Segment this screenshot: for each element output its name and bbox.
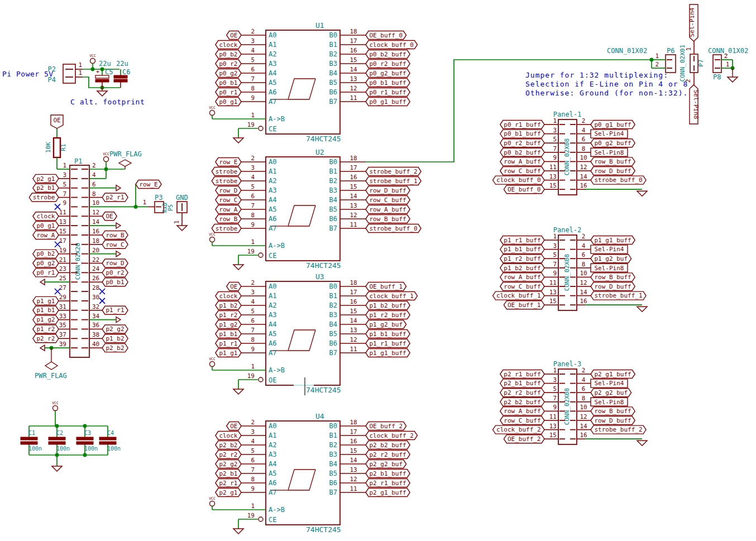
pin-number: 9 (553, 404, 557, 411)
net-label-text: p0_r2_buff (504, 140, 540, 147)
net-label-text: p1_g2_buf (594, 255, 628, 262)
capacitor-c2[interactable] (49, 442, 65, 444)
capacitor-c4[interactable] (99, 442, 116, 444)
arrow-label-icon[interactable] (116, 317, 121, 323)
plus-sign: + (96, 69, 99, 75)
net-label-text: row_C (219, 197, 237, 204)
vcc-icon-label: VCC (209, 232, 216, 237)
net-label-text: row_B_buff (369, 216, 406, 223)
pin-name: B0 (329, 283, 337, 290)
net-label-text: p0_b1 (106, 279, 124, 286)
net-label-text: row_E (139, 181, 157, 188)
pin-number: 14 (350, 66, 357, 73)
pin-name: B4 (329, 320, 337, 328)
ground-icon (637, 191, 647, 196)
ref-c3: C3 (84, 430, 91, 436)
net-label-text: p1_b2 (219, 302, 237, 309)
pin-number: 7 (251, 202, 255, 209)
pin-name: A5 (269, 79, 276, 87)
capacitor-c3[interactable] (76, 437, 93, 440)
value-c1: 100n (28, 446, 42, 452)
pin-name: A5 (269, 205, 276, 213)
pin-number: 13 (350, 202, 357, 209)
pin-number: 19 (247, 248, 255, 255)
pin-number: 2 (582, 367, 586, 374)
arrow-label-icon[interactable] (116, 251, 121, 257)
connector-p2p4[interactable] (63, 64, 75, 83)
pin-name: B6 (329, 215, 337, 223)
net-label-text: strobe_buff_1 (369, 178, 417, 185)
vcc-icon (210, 362, 215, 367)
pin-number: 8 (582, 261, 586, 268)
pin-number: 2 (582, 117, 586, 125)
net-label-text: p1_g2 (36, 316, 55, 323)
capacitor-c2[interactable] (49, 437, 65, 440)
pin-number: 10 (92, 199, 99, 207)
net-label-text: p0_g2_buff (369, 70, 406, 77)
pin-name: B5 (329, 330, 337, 338)
pin-number: 37 (59, 331, 66, 338)
pin-number: 12 (350, 212, 357, 219)
net-label-text: p2_g2 (106, 325, 124, 333)
net-label-text: p2_b1_buff (504, 380, 540, 387)
pin-name: B3 (329, 60, 337, 68)
net-label-text: p0_b1_buff (369, 79, 406, 87)
net-label-text: p1_r2 (219, 312, 237, 319)
net-label-text: Sel-Pin8 (594, 149, 624, 156)
net-label-text: strobe_buff_0 (594, 176, 642, 184)
net-label-text: p1_r2 (36, 325, 55, 333)
value-p7: CONN_02X01 (679, 45, 686, 82)
pwr-flag-icon[interactable] (119, 160, 131, 166)
buffer-glyph (288, 79, 315, 99)
pin-number: 5 (553, 385, 557, 392)
pin-name: A0 (269, 31, 276, 39)
pin-number: 16 (350, 47, 357, 54)
pin-name: A7 (269, 349, 276, 357)
capacitor-c5[interactable] (95, 79, 109, 82)
pin-number: 8 (251, 212, 255, 219)
pin-number: 5 (251, 308, 255, 315)
pin-number: 14 (580, 423, 587, 430)
connector-p8[interactable] (713, 55, 721, 73)
pin-number: 19 (247, 512, 255, 519)
net-label-text: p1_g1 (219, 350, 237, 357)
net-label-text: p0_r1_buff (369, 89, 406, 96)
buffer-glyph (288, 470, 315, 490)
arrow-label-icon[interactable] (40, 345, 45, 351)
net-label-text: p2_r1_buff (369, 480, 406, 487)
pin-number: 7 (251, 466, 255, 473)
value-c3: 100n (84, 446, 98, 452)
pin-number: 3 (553, 127, 557, 134)
pin-number: 1 (251, 363, 255, 370)
capacitor-c6[interactable] (114, 79, 127, 82)
pin-name: A6 (269, 479, 276, 487)
pin-number: 1 (655, 52, 659, 60)
pwr-flag-icon[interactable] (45, 362, 58, 370)
ref-p8: P8 (713, 73, 721, 81)
net-label-text: p2_g2_buf (369, 461, 403, 468)
connector-p6[interactable] (666, 55, 676, 73)
value-c2: 100n (56, 446, 70, 452)
pin-number: 5 (251, 56, 255, 64)
net-label-text: p0_g2 (36, 260, 55, 267)
pin-number: 15 (59, 228, 66, 235)
capacitor-c3[interactable] (76, 442, 93, 444)
pin-number: 3 (251, 428, 255, 435)
pin-number: 39 (59, 341, 66, 348)
vcc-icon (53, 406, 58, 411)
net-label-text: Sel-Pin4 (594, 246, 624, 253)
arrow-label-icon[interactable] (116, 185, 121, 191)
net-label-text: clock (219, 293, 237, 300)
capacitor-c1[interactable] (21, 437, 37, 440)
arrow-label-icon[interactable] (40, 279, 45, 285)
ground-icon (233, 529, 243, 534)
capacitor-c1[interactable] (21, 442, 37, 444)
pin-name: A7 (269, 489, 276, 496)
pin-number: 12 (580, 279, 587, 286)
ground-icon (233, 265, 243, 270)
pin-number: 16 (580, 432, 587, 439)
capacitor-c4[interactable] (99, 437, 116, 440)
pin-number: 5 (63, 181, 66, 188)
net-label-text: p0_b2 (36, 250, 55, 257)
arrow-label-icon[interactable] (116, 223, 121, 228)
